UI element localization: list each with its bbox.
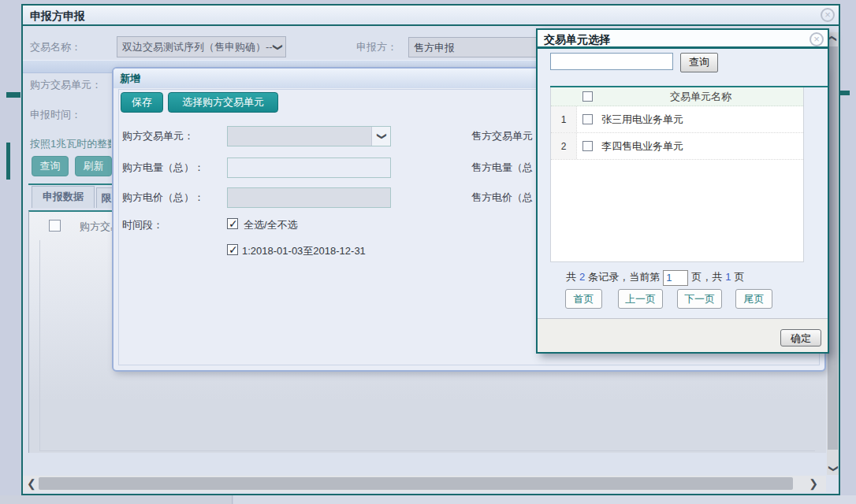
page-number-input[interactable]	[663, 270, 688, 286]
period1-checkbox[interactable]	[227, 244, 238, 255]
query-button[interactable]: 查询	[32, 156, 69, 176]
prev-page-button[interactable]: 上一页	[618, 289, 663, 309]
note-text: 按照1兆瓦时的整数	[30, 134, 111, 154]
total-pages: 1	[725, 271, 731, 283]
close-icon[interactable]: ×	[809, 32, 824, 46]
row-checkbox[interactable]	[582, 114, 593, 124]
table-select-all-checkbox[interactable]	[49, 220, 61, 232]
declare-time-label: 申报时间：	[30, 105, 81, 125]
unit-name-column-header: 交易单元名称	[598, 90, 803, 104]
declarer-input[interactable]: 售方申报	[408, 37, 538, 57]
unit-query-button[interactable]: 查询	[680, 53, 718, 72]
seller-unit-field-label: 售方交易单元	[471, 126, 533, 146]
total-records: 2	[579, 271, 585, 283]
buyer-price-field-label: 购方电价（总）：	[122, 187, 204, 208]
declare-dialog-titlebar: 申报方申报 ×	[23, 6, 839, 26]
unit-dialog-title: 交易单元选择	[544, 30, 610, 49]
chevron-down-icon: ❮	[272, 43, 281, 51]
unit-name-cell: 李四售电业务单元	[598, 139, 803, 154]
horizontal-scrollbar[interactable]: ❮ ❯	[23, 476, 826, 492]
page-bottom-strip-right	[233, 495, 856, 504]
unit-dialog-footer: 确定	[538, 318, 828, 352]
unit-select-dialog: 交易单元选择 × 查询 交易单元名称 1 张三用电业务单元 2 李四售电业务单元…	[536, 28, 829, 354]
buyer-price-input[interactable]	[227, 187, 391, 208]
buyer-qty-input[interactable]	[227, 158, 391, 178]
unit-table-header: 交易单元名称	[551, 87, 803, 106]
time-period-label: 时间段：	[122, 215, 163, 235]
page-underline-left	[6, 92, 20, 98]
last-page-button[interactable]: 尾页	[735, 289, 772, 309]
declarer-value: 售方申报	[414, 42, 455, 54]
trade-name-label: 交易名称：	[30, 37, 81, 57]
first-page-button[interactable]: 首页	[565, 289, 602, 309]
table-row[interactable]: 1 张三用电业务单元	[551, 106, 803, 133]
unit-name-cell: 张三用电业务单元	[598, 113, 803, 127]
pagination-suffix: 页	[734, 271, 744, 283]
seller-qty-field-label: 售方电量（总	[471, 158, 533, 178]
select-buyer-unit-button[interactable]: 选择购方交易单元	[168, 92, 278, 113]
select-all-label: 全选/全不选	[244, 218, 298, 232]
page-underline-right	[840, 91, 850, 95]
pagination-prefix: 共	[566, 271, 576, 283]
unit-table: 交易单元名称 1 张三用电业务单元 2 李四售电业务单元	[550, 87, 804, 262]
scroll-down-icon[interactable]: ❮	[828, 465, 837, 472]
row-checkbox[interactable]	[582, 141, 593, 151]
buyer-unit-field-label: 购方交易单元：	[122, 126, 194, 146]
buyer-qty-field-label: 购方电量（总）：	[122, 158, 204, 178]
save-button[interactable]: 保存	[121, 92, 163, 113]
refresh-button[interactable]: 刷新	[75, 156, 112, 176]
select-arrow-box: ❮	[371, 127, 390, 146]
tab-declare-data[interactable]: 申报数据	[32, 186, 95, 208]
table-row[interactable]: 2 李四售电业务单元	[551, 133, 803, 160]
pagination-text: 共2条记录，当前第页，共1页	[566, 269, 744, 286]
row-number: 1	[551, 106, 577, 132]
unit-dialog-titlebar: 交易单元选择 ×	[538, 30, 828, 49]
page-bottom-strip-left	[0, 495, 233, 504]
select-all-checkbox[interactable]	[227, 218, 238, 229]
declarer-label: 申报方：	[356, 37, 397, 57]
row-number: 2	[551, 133, 577, 159]
period1-label: 1:2018-01-03至2018-12-31	[242, 244, 366, 258]
trade-name-value: 双边交易测试序列（售申购确）--	[122, 41, 273, 53]
scroll-left-icon[interactable]: ❮	[27, 478, 36, 489]
confirm-button[interactable]: 确定	[780, 329, 821, 346]
header-select-all-checkbox[interactable]	[582, 91, 593, 102]
seller-price-field-label: 售方电价（总	[471, 187, 533, 208]
declare-dialog-title: 申报方申报	[30, 6, 85, 26]
page-logo-bar	[6, 143, 10, 180]
pagination-mid: 条记录，当前第	[588, 271, 660, 283]
horizontal-scroll-thumb[interactable]	[39, 477, 793, 490]
close-icon[interactable]: ×	[821, 8, 835, 22]
buyer-unit-select[interactable]: ❮	[227, 126, 391, 146]
chevron-down-icon: ❮	[377, 132, 386, 140]
unit-search-input[interactable]	[550, 53, 673, 70]
next-page-button[interactable]: 下一页	[677, 289, 722, 309]
trade-name-select[interactable]: 双边交易测试序列（售申购确）-- ❮	[117, 36, 286, 57]
buyer-unit-label: 购方交易单元：	[30, 75, 102, 95]
tabstrip-line	[28, 183, 114, 185]
row-number-header	[551, 87, 577, 106]
scroll-right-icon[interactable]: ❯	[809, 478, 818, 489]
pagination-after: 页，共	[691, 271, 722, 283]
add-dialog-title: 新增	[120, 69, 140, 88]
